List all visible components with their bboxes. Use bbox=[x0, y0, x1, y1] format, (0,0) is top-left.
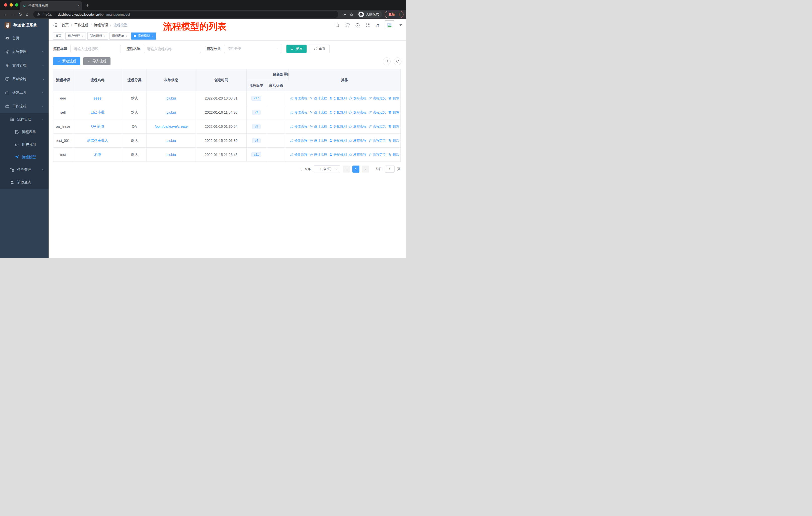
sidebar-item-process-management[interactable]: 流程管理 bbox=[0, 113, 49, 126]
bookmark-star-icon[interactable] bbox=[348, 11, 355, 18]
design-process-link[interactable]: 设计流程 bbox=[310, 124, 327, 129]
design-process-link[interactable]: 设计流程 bbox=[310, 110, 327, 115]
github-icon[interactable] bbox=[345, 23, 350, 28]
tab-close-icon[interactable]: × bbox=[78, 3, 80, 7]
form-info-link[interactable]: biubiu bbox=[166, 96, 176, 100]
goto-page-input[interactable] bbox=[385, 166, 395, 172]
sidebar-item-user-group[interactable]: 用户分组 bbox=[0, 138, 49, 151]
search-icon[interactable] bbox=[335, 23, 340, 28]
tab-my-process[interactable]: 我的流程× bbox=[87, 32, 108, 39]
new-tab-button[interactable]: + bbox=[86, 2, 89, 8]
close-icon[interactable]: × bbox=[151, 34, 153, 37]
home-button[interactable]: ⌂ bbox=[24, 11, 31, 18]
publish-process-link[interactable]: 发布流程 bbox=[349, 124, 366, 129]
toggle-search-button[interactable] bbox=[383, 57, 390, 65]
update-chrome-button[interactable]: 更新 ⋮ bbox=[385, 11, 404, 18]
tab-process-model[interactable]: 流程模型× bbox=[132, 32, 155, 39]
breadcrumb-workflow[interactable]: 工作流程 bbox=[74, 23, 88, 27]
collapse-sidebar-icon[interactable] bbox=[53, 23, 58, 28]
breadcrumb-home[interactable]: 首页 bbox=[62, 23, 69, 27]
sidebar-item-leave-query[interactable]: 请假查询 bbox=[0, 176, 49, 189]
close-icon[interactable]: × bbox=[82, 34, 83, 37]
next-page-button[interactable]: › bbox=[362, 166, 369, 172]
create-process-button[interactable]: 新建流程 bbox=[53, 57, 80, 65]
browser-tab[interactable]: 芋道管理系统 × bbox=[20, 1, 82, 10]
forward-button[interactable]: → bbox=[9, 11, 17, 18]
delete-link[interactable]: 删除 bbox=[388, 110, 399, 115]
reload-button[interactable]: ↻ bbox=[17, 11, 24, 18]
maximize-window-button[interactable] bbox=[15, 3, 18, 6]
form-info-link[interactable]: biubiu bbox=[166, 139, 176, 143]
process-definition-link[interactable]: 流程定义 bbox=[369, 124, 386, 129]
fullscreen-icon[interactable] bbox=[365, 23, 370, 28]
help-icon[interactable] bbox=[355, 23, 360, 28]
assign-rule-link[interactable]: 分配规则 bbox=[329, 96, 347, 101]
design-process-link[interactable]: 设计流程 bbox=[310, 138, 327, 143]
assign-rule-link[interactable]: 分配规则 bbox=[329, 110, 347, 115]
publish-process-link[interactable]: 发布流程 bbox=[349, 138, 366, 143]
process-name-link[interactable]: 测试多审批人 bbox=[87, 138, 108, 142]
password-key-icon[interactable] bbox=[341, 11, 348, 18]
design-process-link[interactable]: 设计流程 bbox=[310, 153, 327, 157]
close-icon[interactable]: × bbox=[104, 34, 105, 37]
form-info-link[interactable]: biubiu bbox=[166, 153, 176, 157]
edit-process-link[interactable]: 修改流程 bbox=[290, 153, 307, 157]
search-button[interactable]: 搜索 bbox=[286, 45, 307, 53]
sidebar-item-process-model[interactable]: 流程模型 bbox=[0, 151, 49, 164]
delete-link[interactable]: 删除 bbox=[388, 124, 399, 129]
publish-process-link[interactable]: 发布流程 bbox=[349, 110, 366, 115]
process-name-link[interactable]: eeee bbox=[94, 96, 102, 100]
design-process-link[interactable]: 设计流程 bbox=[310, 96, 327, 101]
process-name-link[interactable]: 自己审批 bbox=[91, 110, 105, 114]
sidebar-item-workflow[interactable]: 工作流程 bbox=[0, 100, 49, 113]
current-page-button[interactable]: 1 bbox=[352, 166, 359, 172]
sidebar-item-infrastructure[interactable]: 基础设施 bbox=[0, 72, 49, 86]
edit-process-link[interactable]: 修改流程 bbox=[290, 96, 307, 101]
publish-process-link[interactable]: 发布流程 bbox=[349, 153, 366, 157]
process-name-link[interactable]: OA 请假 bbox=[91, 124, 104, 128]
process-definition-link[interactable]: 流程定义 bbox=[369, 138, 386, 143]
form-info-link[interactable]: /bpm/oa/leave/create bbox=[155, 125, 188, 129]
avatar-caret-icon[interactable] bbox=[400, 24, 402, 26]
edit-process-link[interactable]: 修改流程 bbox=[290, 124, 307, 129]
sidebar-item-home[interactable]: 首页 bbox=[0, 31, 49, 45]
tab-tenant-management[interactable]: 租户管理× bbox=[65, 32, 86, 39]
sidebar-item-devtools[interactable]: 研发工具 bbox=[0, 86, 49, 100]
browser-menu-dots-icon[interactable]: ⋮ bbox=[398, 12, 401, 17]
close-window-button[interactable] bbox=[4, 3, 7, 6]
process-category-select[interactable]: 流程分类 bbox=[224, 45, 282, 53]
sidebar-item-payment[interactable]: ¥ 支付管理 bbox=[0, 59, 49, 72]
avatar[interactable] bbox=[385, 20, 394, 30]
form-info-link[interactable]: biubiu bbox=[166, 110, 176, 114]
reset-button[interactable]: 重置 bbox=[310, 45, 330, 53]
close-icon[interactable]: × bbox=[126, 34, 127, 37]
address-bar[interactable]: 不安全 dashboard.yudao.iocoder.cn/bpm/manag… bbox=[33, 11, 338, 18]
tab-home[interactable]: 首页 bbox=[53, 32, 64, 39]
refresh-table-button[interactable] bbox=[394, 57, 402, 65]
assign-rule-link[interactable]: 分配规则 bbox=[329, 124, 347, 129]
sidebar-item-system[interactable]: 系统管理 bbox=[0, 45, 49, 59]
delete-link[interactable]: 删除 bbox=[388, 138, 399, 143]
assign-rule-link[interactable]: 分配规则 bbox=[329, 138, 347, 143]
process-definition-link[interactable]: 流程定义 bbox=[369, 110, 386, 115]
process-definition-link[interactable]: 流程定义 bbox=[369, 96, 386, 101]
sidebar-item-task-management[interactable]: 任务管理 bbox=[0, 164, 49, 176]
delete-link[interactable]: 删除 bbox=[388, 153, 399, 157]
assign-rule-link[interactable]: 分配规则 bbox=[329, 153, 347, 157]
page-size-select[interactable]: 10条/页 bbox=[314, 165, 340, 173]
tab-process-form[interactable]: 流程表单× bbox=[110, 32, 130, 39]
process-name-link[interactable]: 滔博 bbox=[94, 153, 101, 157]
edit-process-link[interactable]: 修改流程 bbox=[290, 138, 307, 143]
sidebar-item-process-form[interactable]: 流程表单 bbox=[0, 126, 49, 138]
process-name-input[interactable] bbox=[144, 45, 201, 53]
minimize-window-button[interactable] bbox=[9, 3, 13, 6]
delete-link[interactable]: 删除 bbox=[388, 96, 399, 101]
publish-process-link[interactable]: 发布流程 bbox=[349, 96, 366, 101]
font-size-icon[interactable]: TT bbox=[375, 23, 379, 27]
edit-process-link[interactable]: 修改流程 bbox=[290, 110, 307, 115]
breadcrumb-process-management[interactable]: 流程管理 bbox=[94, 23, 108, 27]
back-button[interactable]: ← bbox=[2, 11, 9, 18]
prev-page-button[interactable]: ‹ bbox=[343, 166, 350, 172]
import-process-button[interactable]: 导入流程 bbox=[83, 57, 111, 65]
process-id-input[interactable] bbox=[70, 45, 121, 53]
